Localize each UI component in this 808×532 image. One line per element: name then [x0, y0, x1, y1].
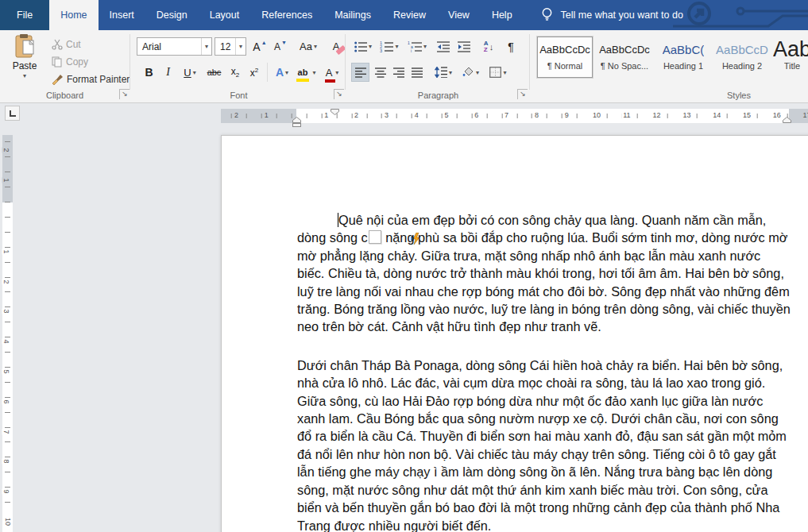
launcher-icon: ↘ — [520, 90, 526, 98]
line-spacing-button[interactable]: ▾ — [431, 63, 455, 82]
hruler-number: 15 — [741, 111, 752, 119]
font-color-glyph: A — [326, 67, 333, 79]
shading-bucket-icon — [462, 67, 474, 78]
tab-view[interactable]: View — [437, 0, 481, 30]
hruler-number: 12 — [651, 111, 663, 119]
underline-button[interactable]: U▾ — [178, 63, 202, 82]
italic-button[interactable]: I — [160, 63, 176, 82]
grow-font-button[interactable]: A▲ — [250, 37, 269, 56]
copy-label: Copy — [66, 56, 88, 67]
tab-mailings[interactable]: Mailings — [323, 0, 382, 30]
vruler-number: 4 — [2, 339, 10, 345]
paragraph-dialog-launcher[interactable]: ↘ — [517, 89, 528, 99]
justify-button[interactable] — [408, 63, 426, 82]
multilevel-list-button[interactable]: 1ai ▾ — [404, 37, 431, 56]
document-workspace[interactable]: Quê nội của em đẹp bởi có con sông chảy … — [0, 129, 808, 532]
font-color-dropdown-icon: ▾ — [335, 69, 338, 76]
style-preview: AaBbCcD — [716, 37, 768, 61]
hanging-indent-marker[interactable] — [292, 117, 301, 127]
document-text[interactable]: Quê nội của em đẹp bởi có con sông chảy … — [297, 211, 791, 532]
tab-stop-selector[interactable] — [5, 106, 20, 121]
increase-indent-button[interactable] — [454, 37, 474, 56]
hruler-number: 6 — [473, 111, 480, 119]
document-page[interactable]: Quê nội của em đẹp bởi có con sông chảy … — [221, 135, 808, 532]
style-no-spacing[interactable]: AaBbCcDc ¶ No Spac... — [597, 37, 652, 78]
strikethrough-button[interactable]: abc — [203, 63, 225, 82]
font-name-combo[interactable]: Arial ▾ — [137, 37, 212, 56]
paste-button[interactable]: Paste ▾ — [5, 33, 44, 89]
tab-insert[interactable]: Insert — [99, 0, 145, 30]
autocorrect-options-icon[interactable] — [369, 230, 381, 244]
clear-formatting-button[interactable]: A — [326, 37, 346, 56]
copy-button[interactable]: Copy — [49, 53, 91, 70]
superscript-button[interactable]: x2 — [245, 63, 263, 82]
style-name: ¶ Normal — [547, 61, 582, 71]
word-window: File HomeInsertDesignLayoutReferencesMai… — [0, 0, 808, 532]
style-title[interactable]: Aab Title — [768, 37, 808, 78]
tab-layout[interactable]: Layout — [199, 0, 251, 30]
tab-file[interactable]: File — [0, 0, 49, 30]
align-right-icon — [393, 67, 404, 78]
align-right-button[interactable] — [389, 63, 408, 82]
font-size-combo[interactable]: 12 ▾ — [215, 37, 246, 56]
clear-formatting-glyph: A — [333, 40, 340, 52]
font-group-label: Font — [133, 91, 345, 100]
decrease-indent-button[interactable] — [434, 37, 453, 56]
cut-button[interactable]: Cut — [49, 36, 83, 52]
shrink-font-button[interactable]: A▼ — [271, 37, 290, 56]
format-painter-label: Format Painter — [67, 74, 130, 85]
format-painter-brush-icon — [52, 74, 64, 85]
format-painter-button[interactable]: Format Painter — [49, 71, 132, 87]
sort-button[interactable]: AZ ↓ — [478, 37, 499, 56]
align-left-button[interactable] — [351, 63, 369, 82]
hruler-number: 1 — [263, 111, 270, 119]
borders-button[interactable]: ▾ — [485, 63, 511, 82]
vertical-ruler[interactable]: 1212345678910 — [2, 135, 13, 532]
increase-indent-icon — [458, 41, 470, 52]
tell-me-box[interactable]: Tell me what you want to do — [541, 0, 683, 30]
shading-button[interactable]: ▾ — [458, 63, 482, 82]
vruler-number: 5 — [2, 368, 10, 374]
multilevel-dropdown-icon: ▾ — [423, 43, 427, 50]
bullets-button[interactable]: ▾ — [351, 37, 375, 56]
style-heading2[interactable]: AaBbCcD Heading 2 — [714, 37, 770, 78]
tabs-container: HomeInsertDesignLayoutReferencesMailings… — [49, 0, 523, 30]
text-effects-button[interactable]: A▾ — [271, 63, 293, 82]
text-effects-dropdown-icon: ▾ — [285, 69, 288, 76]
tab-home[interactable]: Home — [49, 0, 98, 30]
align-center-button[interactable] — [371, 63, 389, 82]
font-dialog-launcher[interactable]: ↘ — [334, 89, 344, 99]
svg-text:1: 1 — [408, 41, 410, 45]
style-normal[interactable]: AaBbCcDc ¶ Normal — [537, 37, 593, 78]
font-color-button[interactable]: A ▾ — [320, 63, 344, 82]
highlight-glyph: ab — [298, 67, 308, 77]
tab-help[interactable]: Help — [481, 0, 524, 30]
decorative-logo — [673, 0, 808, 30]
hruler-number: 1 — [323, 111, 330, 119]
horizontal-ruler[interactable]: 121234567891011121314151617 — [221, 109, 808, 123]
bold-button[interactable]: B — [140, 63, 158, 82]
tab-design[interactable]: Design — [145, 0, 199, 30]
vruler-number: 10 — [4, 517, 12, 526]
strikethrough-glyph: abc — [207, 67, 222, 77]
paragraph-1[interactable]: Quê nội của em đẹp bởi có con sông chảy … — [297, 211, 791, 336]
first-line-indent-marker[interactable] — [331, 109, 339, 115]
highlight-button[interactable]: ab ▾ — [295, 63, 319, 82]
show-hide-pilcrow-button[interactable]: ¶ — [502, 37, 520, 56]
numbering-button[interactable]: 123 ▾ — [377, 37, 402, 56]
tab-references[interactable]: References — [250, 0, 323, 30]
subscript-button[interactable]: x2 — [226, 63, 244, 82]
bullets-dropdown-icon: ▾ — [369, 43, 372, 50]
paragraph-2[interactable]: Dưới chân Tháp Bà Ponaga, dòng sông Cái … — [297, 357, 791, 532]
vruler-number: 3 — [2, 309, 10, 314]
right-indent-marker[interactable] — [783, 117, 791, 123]
borders-dropdown-icon: ▾ — [503, 69, 506, 76]
vruler-number: 1 — [2, 249, 10, 254]
clipboard-dialog-launcher[interactable]: ↘ — [119, 89, 130, 99]
style-heading1[interactable]: AaBbC( Heading 1 — [655, 37, 711, 78]
style-preview: Aab — [773, 37, 808, 61]
tab-review[interactable]: Review — [382, 0, 437, 30]
change-case-button[interactable]: Aa ▾ — [296, 37, 321, 56]
lightbulb-icon — [541, 7, 553, 23]
change-case-glyph: Aa — [300, 40, 312, 52]
